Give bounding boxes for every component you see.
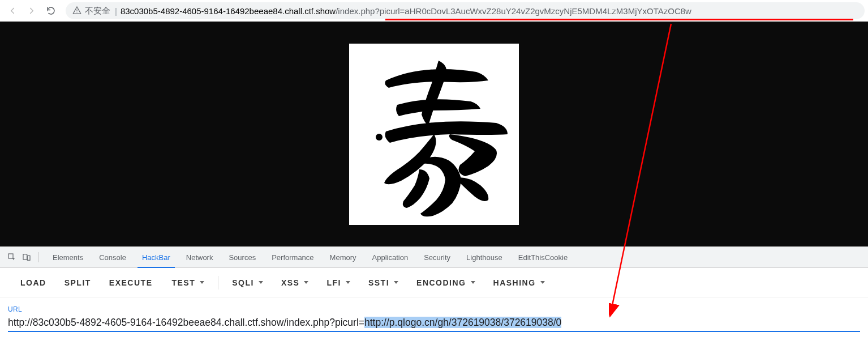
devtools-tab-security[interactable]: Security [416, 247, 458, 267]
svg-rect-4 [23, 254, 27, 259]
svg-rect-1 [76, 9, 77, 11]
chevron-down-icon [471, 281, 475, 284]
url-input-plain: http://83c030b5-4892-4605-9164-16492beea… [8, 317, 364, 328]
url-host: 83c030b5-4892-4605-9164-16492beeae84.cha… [121, 6, 336, 16]
url-divider: | [115, 6, 117, 16]
hackbar-ssti-button[interactable]: SSTI [359, 273, 407, 293]
devtools-separator [38, 252, 39, 262]
hackbar-execute-button[interactable]: EXECUTE [100, 273, 162, 293]
calligraphy-image [349, 44, 519, 225]
chevron-down-icon [394, 281, 398, 284]
devtools-tab-network[interactable]: Network [178, 247, 221, 267]
inspect-element-icon[interactable] [6, 251, 18, 263]
hackbar-url-input[interactable]: http://83c030b5-4892-4605-9164-16492beea… [8, 313, 860, 332]
hackbar-sqli-button[interactable]: SQLI [223, 273, 272, 293]
reload-button[interactable] [42, 2, 60, 20]
hackbar-hashing-button[interactable]: HASHING [484, 273, 554, 293]
devtools-tab-hackbar[interactable]: HackBar [134, 247, 178, 267]
chevron-down-icon [200, 281, 204, 284]
forward-button[interactable] [23, 2, 41, 20]
hackbar-separator [218, 276, 218, 290]
insecure-warning-icon [72, 6, 81, 16]
device-toolbar-icon[interactable] [20, 251, 33, 263]
hackbar-load-button[interactable]: LOAD [11, 273, 55, 293]
hackbar-encoding-button[interactable]: ENCODING [407, 273, 484, 293]
hackbar-xss-button[interactable]: XSS [272, 273, 318, 293]
devtools-tab-elements[interactable]: Elements [45, 247, 91, 267]
hackbar-lfi-button[interactable]: LFI [317, 273, 359, 293]
devtools-tab-editthiscookie[interactable]: EditThisCookie [510, 247, 575, 267]
devtools-tab-lighthouse[interactable]: Lighthouse [458, 247, 510, 267]
chevron-down-icon [346, 281, 350, 284]
svg-point-0 [76, 11, 77, 12]
page-content [0, 22, 868, 246]
hackbar-split-button[interactable]: SPLIT [55, 273, 100, 293]
devtools-tab-memory[interactable]: Memory [322, 247, 364, 267]
chevron-down-icon [259, 281, 263, 284]
address-bar[interactable]: 不安全 | 83c030b5-4892-4605-9164-16492beeae… [66, 2, 865, 19]
url-field-label: URL [8, 305, 860, 313]
svg-point-2 [376, 134, 383, 141]
back-button[interactable] [3, 2, 22, 20]
devtools-tab-application[interactable]: Application [364, 247, 416, 267]
url-path: /index.php?picurl=aHR0cDovL3AucWxvZ28uY2… [336, 6, 691, 16]
hackbar-test-button[interactable]: TEST [162, 273, 213, 293]
annotation-underline [385, 19, 853, 20]
security-text: 不安全 [85, 6, 110, 16]
svg-rect-5 [27, 256, 30, 260]
devtools-tab-performance[interactable]: Performance [264, 247, 321, 267]
hackbar-toolbar: LOADSPLITEXECUTE TEST SQLIXSSLFISSTIENCO… [0, 268, 868, 297]
devtools-tab-console[interactable]: Console [91, 247, 134, 267]
chevron-down-icon [304, 281, 308, 284]
url-input-selected: http://p.qlogo.cn/gh/372619038/372619038… [364, 317, 561, 328]
devtools-tab-sources[interactable]: Sources [221, 247, 264, 267]
chevron-down-icon [540, 281, 545, 284]
